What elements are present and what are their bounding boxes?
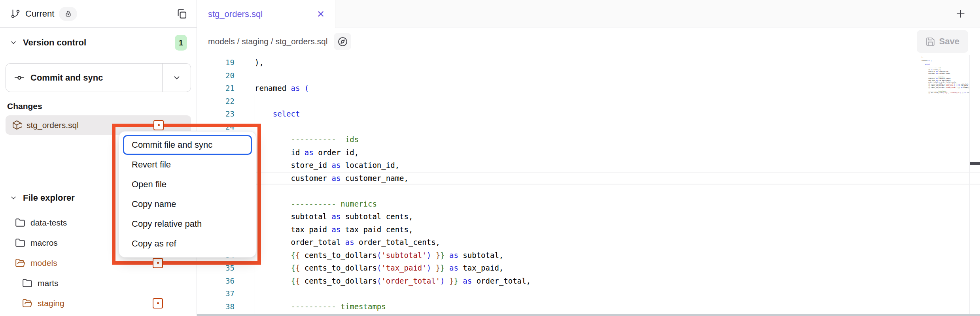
code-line: 22 [197, 95, 980, 108]
version-control-title: Version control [23, 38, 86, 48]
line-number: 35 [197, 261, 235, 275]
line-number: 21 [197, 82, 235, 95]
code-lines: 19),2021renamed as (2223 select2425 ----… [197, 55, 980, 316]
compass-icon [337, 36, 348, 47]
tree-item-staging[interactable]: staging [6, 293, 191, 313]
context-menu-item-open-file[interactable]: Open file [123, 175, 252, 194]
line-number: 38 [197, 300, 235, 313]
duplicate-tab-button[interactable] [176, 8, 188, 20]
folder-icon [15, 218, 25, 228]
model-cube-icon [12, 120, 22, 130]
commit-and-sync-button: Commit and sync [6, 63, 191, 92]
file-context-menu: Commit file and syncRevert fileOpen file… [119, 131, 256, 258]
version-control-section: Version control 1 Commit and sync Change… [0, 28, 197, 135]
changes-heading: Changes [6, 102, 191, 112]
minimap[interactable]: ), renamed as ( select ---------- ids id… [921, 56, 969, 94]
line-number: 22 [197, 95, 235, 108]
save-floppy-icon [925, 37, 935, 47]
save-button[interactable]: Save [917, 30, 968, 53]
code-line: 37 [197, 287, 980, 300]
editor-bottom-edge [197, 314, 980, 316]
folder-icon [15, 238, 25, 248]
code-line: 20 [197, 69, 980, 82]
commit-and-sync-main[interactable]: Commit and sync [6, 64, 162, 92]
branch-name: Current [25, 9, 54, 19]
overview-ruler-cursor-marker [970, 162, 980, 165]
code-line: 25 ---------- ids [197, 133, 980, 146]
file-header-bar: models / staging / stg_orders.sql Save [197, 28, 980, 55]
modified-file-indicator-icon [153, 298, 163, 308]
file-explorer-title: File explorer [23, 193, 75, 203]
code-line: 24 [197, 120, 980, 134]
folder-icon [22, 278, 32, 288]
modified-file-indicator-icon [153, 258, 163, 268]
tab-bar-filler [335, 0, 980, 28]
chevron-down-icon [9, 194, 17, 202]
save-label: Save [939, 36, 959, 47]
code-line: 36 {{ cents_to_dollars('order_total') }}… [197, 275, 980, 288]
version-control-header[interactable]: Version control 1 [6, 28, 191, 58]
tab-title: stg_orders.sql [208, 9, 317, 19]
commit-options-dropdown[interactable] [162, 64, 191, 92]
lineage-button[interactable] [334, 33, 351, 50]
tree-item-label: marts [38, 278, 59, 288]
code-line: 26 id as order_id, [197, 146, 980, 159]
modified-file-indicator-icon [153, 120, 164, 130]
code-line: 29 [197, 184, 980, 198]
tree-item-label: macros [30, 238, 58, 248]
context-menu-item-copy-name[interactable]: Copy name [123, 194, 252, 214]
changed-file-name: stg_orders.sql [26, 120, 79, 130]
dbt-ide-window: Current Version control 1 [0, 0, 980, 316]
chevron-down-icon [9, 39, 17, 47]
folder-open-icon [22, 298, 32, 308]
code-line: 34 {{ cents_to_dollars('subtotal') }} as… [197, 249, 980, 262]
context-menu-item-commit-file-and-sync[interactable]: Commit file and sync [123, 135, 252, 155]
code-editor[interactable]: 19),2021renamed as (2223 select2425 ----… [197, 55, 980, 316]
branch-lock-badge [59, 7, 77, 21]
tree-item-label: staging [38, 299, 64, 308]
code-line: 27 store_id as location_id, [197, 159, 980, 172]
branch-header: Current [0, 0, 197, 28]
indent-guide [273, 120, 273, 316]
tree-item-label: data-tests [30, 218, 67, 228]
context-menu-item-copy-as-ref[interactable]: Copy as ref [123, 234, 252, 254]
tree-item-label: models [30, 258, 57, 268]
code-line: 33 order_total as order_total_cents, [197, 236, 980, 249]
code-line: 30 ---------- numerics [197, 198, 980, 211]
folder-open-icon [15, 258, 25, 268]
line-number: 20 [197, 69, 235, 82]
commit-and-sync-label: Commit and sync [30, 73, 103, 83]
code-line: 31 subtotal as subtotal_cents, [197, 210, 980, 223]
code-line: 38 ---------- timestamps [197, 300, 980, 313]
changes-count-badge: 1 [175, 35, 187, 51]
code-line: 35 {{ cents_to_dollars('tax_paid') }} as… [197, 261, 980, 275]
context-menu-item-revert-file[interactable]: Revert file [123, 155, 252, 175]
line-number: 37 [197, 287, 235, 300]
overview-ruler-divider [969, 55, 970, 316]
code-line: 28 customer as customer_name, [197, 172, 980, 185]
context-menu-item-copy-relative-path[interactable]: Copy relative path [123, 214, 252, 234]
tree-item-marts[interactable]: marts [6, 273, 191, 293]
line-number: 36 [197, 275, 235, 288]
line-number: 19 [197, 56, 235, 69]
code-line: 32 tax_paid as tax_paid_cents, [197, 223, 980, 236]
new-tab-button[interactable] [955, 8, 967, 20]
git-commit-icon [14, 72, 25, 83]
git-branch-icon [10, 9, 21, 19]
tab-close-icon[interactable]: ✕ [317, 9, 325, 19]
editor-pane: stg_orders.sql ✕ models / staging / stg_… [197, 0, 980, 316]
line-number: 23 [197, 107, 235, 120]
code-line: 19), [197, 56, 980, 69]
tab-bar: stg_orders.sql ✕ [197, 0, 980, 28]
code-line: 23 select [197, 107, 980, 120]
breadcrumb: models / staging / stg_orders.sql [208, 37, 327, 46]
tab-stg-orders[interactable]: stg_orders.sql ✕ [197, 0, 335, 28]
lock-icon [64, 10, 72, 17]
chevron-down-icon [172, 73, 181, 82]
code-line: 21renamed as ( [197, 82, 980, 95]
